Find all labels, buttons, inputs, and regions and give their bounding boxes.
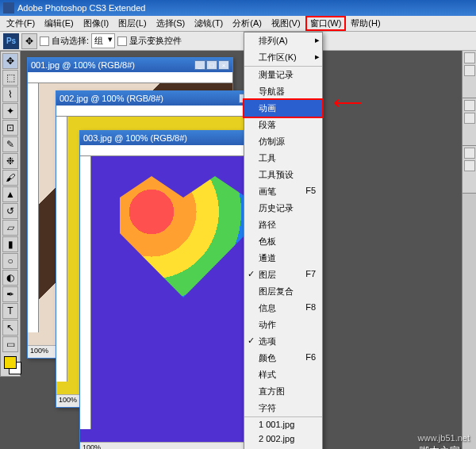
panel-icon (464, 113, 475, 124)
doc1-close[interactable]: × (218, 60, 229, 70)
move-tool-icon[interactable]: ✥ (21, 33, 37, 49)
menu-measurement[interactable]: 测量记录 (244, 67, 322, 83)
menu-edit[interactable]: 编辑(E) (40, 16, 79, 31)
panel-icon (464, 52, 475, 63)
app-icon (3, 2, 14, 13)
dodge-tool[interactable]: ◐ (2, 270, 18, 286)
menu-tools[interactable]: 工具 (244, 150, 322, 167)
doc1-titlebar[interactable]: 001.jpg @ 100% (RGB/8#) _ □ × (28, 58, 232, 72)
menu-styles[interactable]: 样式 (244, 366, 322, 383)
gradient-tool[interactable]: ▮ (2, 236, 18, 252)
menu-window[interactable]: 窗口(W) (305, 16, 347, 31)
watermark-url: www.jb51.net (418, 433, 470, 443)
doc1-ruler-v (28, 83, 39, 332)
pen-tool[interactable]: ✒ (2, 286, 18, 302)
doc2-ruler-v (56, 117, 67, 382)
workspace: ✥ ⬚ ⌇ ✦ ⊡ ✎ ❉ 🖌 ▲ ↺ ▱ ▮ ○ ◐ ✒ T ↖ ▭ 001.… (0, 51, 476, 449)
menu-win1[interactable]: 1 001.jpg (244, 417, 322, 432)
panel-icon (464, 160, 475, 171)
doc2-title: 002.jpg @ 100% (RGB/8#) (60, 94, 163, 103)
menu-navigator[interactable]: 导航器 (244, 83, 322, 100)
doc1-title: 001.jpg @ 100% (RGB/8#) (31, 60, 135, 70)
doc1-maximize[interactable]: □ (206, 60, 217, 70)
shape-tool[interactable]: ▭ (2, 336, 18, 352)
eraser-tool[interactable]: ▱ (2, 220, 18, 236)
menu-layer-comps[interactable]: 图层复合 (244, 283, 322, 300)
doc3-title: 003.jpg @ 100% (RGB/8#) (83, 133, 187, 143)
menu-win2[interactable]: 2 002.jpg (244, 432, 322, 446)
doc3-ruler-v (80, 156, 91, 429)
lasso-tool[interactable]: ⌇ (2, 86, 18, 102)
panel-icon (464, 148, 475, 159)
window-menu-dropdown: 排列(A) 工作区(K) 测量记录 导航器 动画 段落 仿制源 工具 工具预设 … (244, 32, 323, 449)
menu-info[interactable]: 信息F8 (244, 300, 322, 317)
menu-history[interactable]: 历史记录 (244, 200, 322, 217)
options-bar: Ps ✥ 自动选择: 组 显示变换控件 (0, 32, 476, 51)
panel-dock (462, 51, 476, 449)
auto-select-label: 自动选择: (52, 35, 89, 47)
eyedropper-tool[interactable]: ✎ (2, 136, 18, 152)
auto-select-dropdown[interactable]: 组 (91, 33, 115, 48)
menu-actions[interactable]: 动作 (244, 317, 322, 333)
menubar: 文件(F) 编辑(E) 图像(I) 图层(L) 选择(S) 滤镜(T) 分析(A… (0, 16, 476, 32)
healing-tool[interactable]: ❉ (2, 153, 18, 169)
doc1-ruler-h (28, 72, 232, 83)
watermark-text: 脚本之家 (419, 444, 460, 449)
app-title: Adobe Photoshop CS3 Extended (17, 3, 145, 13)
show-transform-checkbox[interactable] (117, 36, 127, 46)
menu-histogram[interactable]: 直方图 (244, 383, 322, 400)
doc1-minimize[interactable]: _ (194, 60, 205, 70)
history-brush-tool[interactable]: ↺ (2, 203, 18, 219)
menu-animation[interactable]: 动画 (243, 98, 324, 118)
brush-tool[interactable]: 🖌 (2, 170, 18, 186)
menu-color[interactable]: 色板 (244, 233, 322, 250)
panel-icon (464, 100, 475, 111)
menu-layers[interactable]: 图层F7 (244, 267, 322, 283)
crop-tool[interactable]: ⊡ (2, 120, 18, 136)
type-tool[interactable]: T (2, 303, 18, 319)
mini-panel-1[interactable] (463, 51, 476, 98)
menu-channels[interactable]: 通道 (244, 250, 322, 267)
menu-layer[interactable]: 图层(L) (113, 16, 151, 31)
menu-win3[interactable]: 3 003.jpg (244, 446, 322, 449)
annotation-arrow-icon: ⟵ (333, 90, 363, 115)
auto-select-checkbox[interactable] (40, 36, 49, 46)
menu-clone-source[interactable]: 仿制源 (244, 133, 322, 150)
mini-panel-3[interactable] (463, 146, 476, 194)
menu-filter[interactable]: 滤镜(T) (190, 16, 228, 31)
path-tool[interactable]: ↖ (2, 320, 18, 336)
app-titlebar: Adobe Photoshop CS3 Extended (0, 0, 476, 16)
panel-icon (464, 65, 475, 76)
menu-arrange[interactable]: 排列(A) (244, 33, 322, 49)
ps-logo-icon: Ps (3, 33, 19, 49)
marquee-tool[interactable]: ⬚ (2, 70, 18, 86)
show-transform-label: 显示变换控件 (129, 35, 182, 47)
menu-view[interactable]: 视图(V) (267, 16, 305, 31)
heart-image (104, 169, 263, 312)
menu-paths[interactable]: 路径 (244, 217, 322, 233)
mini-panel-2[interactable] (463, 98, 476, 146)
move-tool[interactable]: ✥ (2, 53, 18, 69)
menu-file[interactable]: 文件(F) (2, 16, 40, 31)
menu-character[interactable]: 字符 (244, 400, 322, 417)
menu-tool-presets[interactable]: 工具预设 (244, 167, 322, 183)
toolbox: ✥ ⬚ ⌇ ✦ ⊡ ✎ ❉ 🖌 ▲ ↺ ▱ ▮ ○ ◐ ✒ T ↖ ▭ (0, 51, 21, 377)
wand-tool[interactable]: ✦ (2, 103, 18, 119)
menu-options[interactable]: 选项 (244, 333, 322, 350)
menu-paragraph[interactable]: 段落 (244, 117, 322, 133)
menu-brushes[interactable]: 画笔F5 (244, 183, 322, 200)
menu-image[interactable]: 图像(I) (79, 16, 113, 31)
menu-analysis[interactable]: 分析(A) (228, 16, 267, 31)
blur-tool[interactable]: ○ (2, 253, 18, 269)
foreground-color[interactable] (4, 356, 17, 369)
stamp-tool[interactable]: ▲ (2, 186, 18, 202)
menu-select[interactable]: 选择(S) (152, 16, 190, 31)
menu-workspace[interactable]: 工作区(K) (244, 49, 322, 67)
menu-help[interactable]: 帮助(H) (346, 16, 385, 31)
menu-swatches[interactable]: 颜色F6 (244, 350, 322, 366)
